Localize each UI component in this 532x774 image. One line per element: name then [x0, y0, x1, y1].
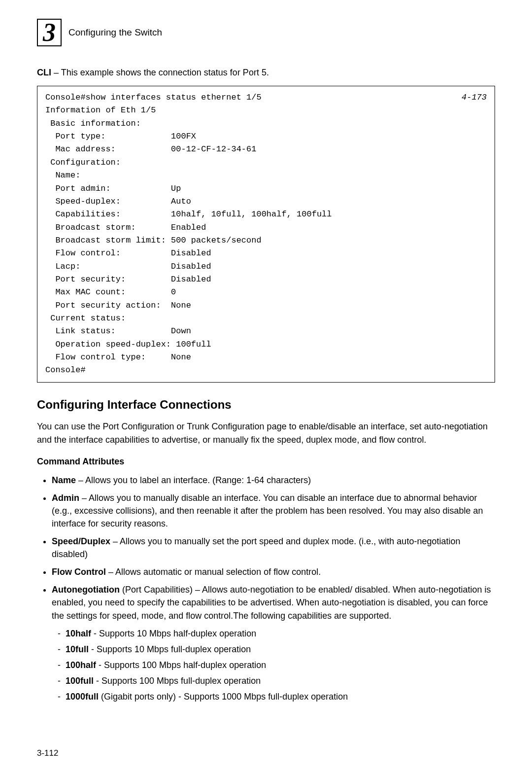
cap-desc: (Gigabit ports only) - Supports 1000 Mbp… — [99, 692, 348, 702]
cap-desc: - Supports 100 Mbps half-duplex operatio… — [96, 660, 266, 670]
attr-label: Flow Control — [52, 567, 106, 577]
command-attributes-heading: Command Attributes — [37, 455, 495, 468]
attr-desc: – Allows automatic or manual selection o… — [106, 567, 321, 577]
cap-1000full: 1000full (Gigabit ports only) - Supports… — [66, 690, 495, 703]
cli-intro: CLI – This example shows the connection … — [37, 66, 495, 79]
cap-100half: 100half - Supports 100 Mbps half-duplex … — [66, 659, 495, 671]
attr-label: Admin — [52, 493, 79, 503]
attr-flow-control: Flow Control – Allows automatic or manua… — [52, 565, 495, 578]
cap-100full: 100full - Supports 100 Mbps full-duplex … — [66, 674, 495, 687]
attr-desc: – Allows you to label an interface. (Ran… — [76, 475, 311, 485]
attr-label: Name — [52, 475, 76, 485]
cap-label: 100half — [66, 660, 96, 670]
attr-name: Name – Allows you to label an interface.… — [52, 474, 495, 487]
cap-10half: 10half - Supports 10 Mbps half-duplex op… — [66, 627, 495, 640]
page-number: 3-112 — [37, 747, 495, 760]
section-intro-paragraph: You can use the Port Configuration or Tr… — [37, 420, 495, 446]
section-heading: Configuring Interface Connections — [37, 396, 495, 414]
cap-desc: - Supports 100 Mbps full-duplex operatio… — [94, 676, 261, 686]
capabilities-list: 10half - Supports 10 Mbps half-duplex op… — [52, 627, 495, 703]
attr-admin: Admin – Allows you to manually disable a… — [52, 492, 495, 530]
code-reference: 4-173 — [462, 91, 487, 104]
attr-label: Autonegotiation — [52, 585, 120, 595]
attr-desc: – Allows you to manually disable an inte… — [52, 493, 483, 528]
cap-desc: - Supports 10 Mbps half-duplex operation — [91, 629, 256, 638]
attr-desc: – Allows you to manually set the port sp… — [52, 536, 460, 559]
cli-text: – This example shows the connection stat… — [51, 68, 269, 77]
cap-label: 10half — [66, 629, 91, 638]
page-header: 3 Configuring the Switch — [37, 19, 495, 46]
cli-output-block: 4-173Console#show interfaces status ethe… — [37, 86, 495, 383]
attr-label: Speed/Duplex — [52, 536, 110, 546]
cap-label: 1000full — [66, 692, 99, 702]
code-content: Console#show interfaces status ethernet … — [45, 93, 332, 375]
cap-label: 100full — [66, 676, 94, 686]
attributes-list: Name – Allows you to label an interface.… — [37, 474, 495, 703]
cap-label: 10full — [66, 644, 89, 654]
attr-autonegotiation: Autonegotiation (Port Capabilities) – Al… — [52, 583, 495, 703]
attr-speed-duplex: Speed/Duplex – Allows you to manually se… — [52, 535, 495, 561]
cap-10full: 10full - Supports 10 Mbps full-duplex op… — [66, 643, 495, 656]
chapter-number-box: 3 — [37, 19, 62, 46]
cap-desc: - Supports 10 Mbps full-duplex operation — [89, 644, 251, 654]
cli-label: CLI — [37, 68, 51, 77]
chapter-title: Configuring the Switch — [68, 26, 162, 39]
